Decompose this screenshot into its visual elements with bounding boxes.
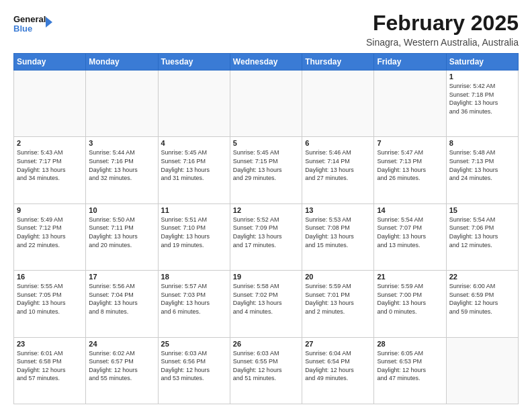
calendar-cell: 8Sunrise: 5:48 AM Sunset: 7:13 PM Daylig… [446,137,518,203]
weekday-header-friday: Friday [374,54,446,71]
day-number: 2 [17,139,83,147]
calendar-cell: 5Sunrise: 5:45 AM Sunset: 7:15 PM Daylig… [230,137,302,203]
calendar-cell: 27Sunrise: 6:04 AM Sunset: 6:54 PM Dayli… [302,337,374,404]
calendar-cell [86,71,158,137]
day-number: 16 [17,273,83,281]
weekday-header-tuesday: Tuesday [158,54,230,71]
day-number: 11 [161,206,227,214]
calendar-cell [374,71,446,137]
calendar-cell: 25Sunrise: 6:03 AM Sunset: 6:56 PM Dayli… [158,337,230,404]
day-number: 14 [377,206,443,214]
day-info: Sunrise: 5:58 AM Sunset: 7:02 PM Dayligh… [233,282,299,316]
calendar-cell: 1Sunrise: 5:42 AM Sunset: 7:18 PM Daylig… [446,71,518,137]
day-number: 26 [233,340,299,348]
day-number: 24 [89,340,154,348]
day-info: Sunrise: 5:45 AM Sunset: 7:15 PM Dayligh… [233,148,299,182]
day-number: 18 [161,273,227,281]
calendar-cell: 17Sunrise: 5:56 AM Sunset: 7:04 PM Dayli… [86,271,158,337]
day-info: Sunrise: 6:03 AM Sunset: 6:55 PM Dayligh… [233,349,299,383]
day-info: Sunrise: 5:59 AM Sunset: 7:01 PM Dayligh… [305,282,371,316]
day-info: Sunrise: 5:44 AM Sunset: 7:16 PM Dayligh… [89,148,154,182]
day-info: Sunrise: 6:05 AM Sunset: 6:53 PM Dayligh… [377,349,443,383]
calendar-table: SundayMondayTuesdayWednesdayThursdayFrid… [13,53,519,404]
day-number: 12 [233,206,299,214]
day-number: 19 [233,273,299,281]
calendar-cell: 2Sunrise: 5:43 AM Sunset: 7:17 PM Daylig… [14,137,86,203]
calendar-cell: 10Sunrise: 5:50 AM Sunset: 7:11 PM Dayli… [86,203,158,270]
svg-text:General: General [13,14,46,24]
svg-marker-2 [46,17,52,28]
day-info: Sunrise: 5:51 AM Sunset: 7:10 PM Dayligh… [161,216,227,249]
calendar-cell: 21Sunrise: 5:59 AM Sunset: 7:00 PM Dayli… [374,271,446,337]
calendar-cell [230,71,302,137]
calendar-cell: 13Sunrise: 5:53 AM Sunset: 7:08 PM Dayli… [302,203,374,270]
day-number: 22 [449,273,515,281]
weekday-header-sunday: Sunday [14,54,86,71]
calendar-cell: 9Sunrise: 5:49 AM Sunset: 7:12 PM Daylig… [14,203,86,270]
day-info: Sunrise: 5:59 AM Sunset: 7:00 PM Dayligh… [377,282,443,316]
day-info: Sunrise: 6:01 AM Sunset: 6:58 PM Dayligh… [17,349,83,383]
day-info: Sunrise: 5:45 AM Sunset: 7:16 PM Dayligh… [161,148,227,182]
day-number: 21 [377,273,443,281]
calendar-cell: 15Sunrise: 5:54 AM Sunset: 7:06 PM Dayli… [446,203,518,270]
day-info: Sunrise: 5:48 AM Sunset: 7:13 PM Dayligh… [449,148,515,182]
day-info: Sunrise: 5:46 AM Sunset: 7:14 PM Dayligh… [305,148,371,182]
day-info: Sunrise: 6:02 AM Sunset: 6:57 PM Dayligh… [89,349,154,383]
calendar-cell: 16Sunrise: 5:55 AM Sunset: 7:05 PM Dayli… [14,271,86,337]
day-info: Sunrise: 6:00 AM Sunset: 6:59 PM Dayligh… [449,282,515,316]
day-number: 28 [377,340,443,348]
day-info: Sunrise: 5:54 AM Sunset: 7:07 PM Dayligh… [377,216,443,249]
calendar-cell: 7Sunrise: 5:47 AM Sunset: 7:13 PM Daylig… [374,137,446,203]
calendar-cell [14,71,86,137]
calendar-cell: 24Sunrise: 6:02 AM Sunset: 6:57 PM Dayli… [86,337,158,404]
calendar-cell: 19Sunrise: 5:58 AM Sunset: 7:02 PM Dayli… [230,271,302,337]
weekday-header-thursday: Thursday [302,54,374,71]
day-number: 7 [377,139,443,147]
calendar-cell: 3Sunrise: 5:44 AM Sunset: 7:16 PM Daylig… [86,137,158,203]
calendar-cell [158,71,230,137]
day-info: Sunrise: 5:53 AM Sunset: 7:08 PM Dayligh… [305,216,371,249]
calendar-subtitle: Sinagra, Western Australia, Australia [366,37,519,48]
calendar-cell: 20Sunrise: 5:59 AM Sunset: 7:01 PM Dayli… [302,271,374,337]
day-info: Sunrise: 5:42 AM Sunset: 7:18 PM Dayligh… [449,82,515,116]
calendar-cell: 14Sunrise: 5:54 AM Sunset: 7:07 PM Dayli… [374,203,446,270]
title-block: February 2025 Sinagra, Western Australia… [366,11,519,48]
calendar-cell: 22Sunrise: 6:00 AM Sunset: 6:59 PM Dayli… [446,271,518,337]
calendar-cell: 12Sunrise: 5:52 AM Sunset: 7:09 PM Dayli… [230,203,302,270]
day-info: Sunrise: 5:52 AM Sunset: 7:09 PM Dayligh… [233,216,299,249]
day-number: 8 [449,139,515,147]
calendar-cell [446,337,518,404]
page-header: GeneralBlue February 2025 Sinagra, Weste… [13,11,519,48]
day-number: 4 [161,139,227,147]
day-number: 3 [89,139,154,147]
day-number: 5 [233,139,299,147]
day-info: Sunrise: 5:49 AM Sunset: 7:12 PM Dayligh… [17,216,83,249]
day-number: 10 [89,206,154,214]
day-number: 1 [449,73,515,81]
calendar-cell: 6Sunrise: 5:46 AM Sunset: 7:14 PM Daylig… [302,137,374,203]
weekday-header-saturday: Saturday [446,54,518,71]
day-info: Sunrise: 5:50 AM Sunset: 7:11 PM Dayligh… [89,216,154,249]
calendar-cell: 28Sunrise: 6:05 AM Sunset: 6:53 PM Dayli… [374,337,446,404]
day-info: Sunrise: 5:55 AM Sunset: 7:05 PM Dayligh… [17,282,83,316]
day-info: Sunrise: 5:56 AM Sunset: 7:04 PM Dayligh… [89,282,154,316]
calendar-cell: 11Sunrise: 5:51 AM Sunset: 7:10 PM Dayli… [158,203,230,270]
day-info: Sunrise: 6:03 AM Sunset: 6:56 PM Dayligh… [161,349,227,383]
day-info: Sunrise: 6:04 AM Sunset: 6:54 PM Dayligh… [305,349,371,383]
calendar-cell: 18Sunrise: 5:57 AM Sunset: 7:03 PM Dayli… [158,271,230,337]
day-info: Sunrise: 5:57 AM Sunset: 7:03 PM Dayligh… [161,282,227,316]
day-number: 27 [305,340,371,348]
day-number: 15 [449,206,515,214]
calendar-cell [302,71,374,137]
calendar-cell: 4Sunrise: 5:45 AM Sunset: 7:16 PM Daylig… [158,137,230,203]
day-number: 20 [305,273,371,281]
weekday-header-wednesday: Wednesday [230,54,302,71]
day-number: 25 [161,340,227,348]
calendar-cell: 23Sunrise: 6:01 AM Sunset: 6:58 PM Dayli… [14,337,86,404]
day-number: 13 [305,206,371,214]
calendar-title: February 2025 [366,11,519,36]
day-info: Sunrise: 5:43 AM Sunset: 7:17 PM Dayligh… [17,148,83,182]
day-number: 23 [17,340,83,348]
day-info: Sunrise: 5:47 AM Sunset: 7:13 PM Dayligh… [377,148,443,182]
day-number: 9 [17,206,83,214]
